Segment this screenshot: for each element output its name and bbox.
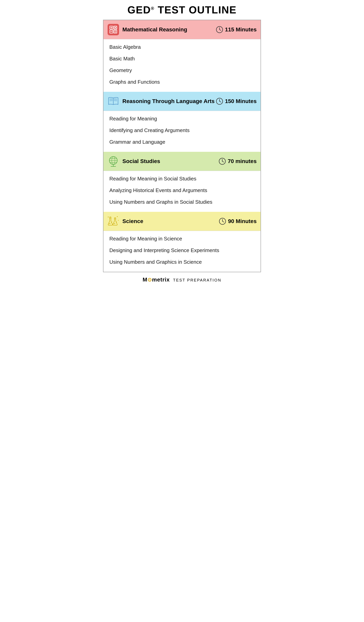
brand-name: M⊙metrix: [143, 276, 172, 283]
sci-clock-icon: [219, 218, 226, 225]
rla-body: Reading for Meaning Identifying and Crea…: [103, 111, 261, 152]
svg-line-19: [114, 100, 117, 100]
svg-point-38: [111, 222, 112, 223]
brand-m: M: [143, 276, 148, 283]
brand-checkmark: ⊙: [148, 277, 152, 283]
outline-container: Mathematical Reasoning 115 Minutes Basic…: [103, 20, 261, 272]
ss-clock-icon: [219, 158, 226, 165]
list-item: Identifying and Creating Arguments: [109, 125, 255, 136]
sci-time-label: 90 Minutes: [228, 218, 257, 224]
math-header-left: Mathematical Reasoning: [107, 24, 187, 36]
svg-text:✦: ✦: [116, 215, 118, 218]
title-registered: ®: [151, 6, 154, 11]
svg-line-17: [110, 101, 113, 101]
list-item: Reading for Meaning: [109, 113, 255, 125]
list-item: Grammar and Language: [109, 136, 255, 148]
svg-text:✦: ✦: [118, 219, 119, 221]
ss-body: Reading for Meaning in Social Studies An…: [103, 171, 261, 212]
science-icon: ✦ ✦ ✦: [107, 215, 119, 227]
svg-rect-3: [114, 30, 117, 33]
title-ged: GED: [128, 4, 151, 16]
rla-time-label: 150 Minutes: [225, 98, 257, 104]
title-rest: TEST OUTLINE: [154, 4, 236, 16]
sci-body: Reading for Meaning in Science Designing…: [103, 231, 261, 272]
book-icon: [108, 96, 119, 106]
math-time-label: 115 Minutes: [225, 26, 257, 33]
svg-point-39: [112, 221, 113, 222]
brand-tagline: TEST PREPARATION: [173, 278, 221, 282]
ss-header-left: Social Studies: [107, 155, 160, 167]
list-item: Geometry: [109, 65, 255, 76]
ss-title: Social Studies: [122, 158, 160, 165]
list-item: Using Numbers and Graphs in Social Studi…: [109, 196, 255, 208]
globe-icon: [108, 155, 119, 167]
rla-clock-icon: [216, 98, 223, 105]
list-item: Basic Math: [109, 53, 255, 65]
math-time: 115 Minutes: [216, 26, 257, 33]
sci-title: Science: [122, 218, 143, 225]
list-item: Designing and Interpreting Science Exper…: [109, 245, 255, 256]
math-title: Mathematical Reasoning: [122, 26, 187, 33]
list-item: Basic Algebra: [109, 41, 255, 53]
list-item: Analyzing Historical Events and Argument…: [109, 185, 255, 196]
page-title: GED® TEST OUTLINE: [103, 4, 261, 16]
rla-time: 150 Minutes: [216, 98, 257, 105]
ss-header: Social Studies 70 minutes: [103, 152, 261, 171]
svg-line-18: [114, 99, 117, 99]
list-item: Reading for Meaning in Science: [109, 233, 255, 245]
rla-icon: [107, 95, 119, 107]
svg-line-13: [219, 30, 221, 30]
svg-line-16: [110, 100, 113, 100]
section-rla: Reasoning Through Language Arts 150 Minu…: [103, 92, 261, 152]
list-item: Reading for Meaning in Social Studies: [109, 173, 255, 185]
math-clock-icon: [216, 26, 223, 33]
sci-header-left: ✦ ✦ ✦ Science: [107, 215, 143, 227]
svg-line-20: [114, 101, 117, 101]
section-sci: ✦ ✦ ✦ Science 90 Minutes Reading for Mea…: [103, 212, 261, 272]
rla-header-left: Reasoning Through Language Arts: [107, 95, 214, 107]
rla-header: Reasoning Through Language Arts 150 Minu…: [103, 92, 261, 111]
footer: M⊙metrix TEST PREPARATION: [103, 276, 261, 283]
svg-line-23: [219, 101, 221, 102]
math-header: Mathematical Reasoning 115 Minutes: [103, 20, 261, 39]
brand-rest: metrix: [152, 276, 170, 283]
calculator-icon: [109, 26, 117, 34]
svg-point-37: [114, 223, 115, 224]
list-item: Using Numbers and Graphics in Science: [109, 256, 255, 268]
svg-point-40: [116, 222, 117, 222]
sci-header: ✦ ✦ ✦ Science 90 Minutes: [103, 212, 261, 231]
sci-icon: ✦ ✦ ✦: [107, 215, 119, 227]
calculator-icon-bg: [108, 24, 119, 35]
sci-time: 90 Minutes: [219, 218, 257, 225]
ss-icon: [107, 155, 119, 167]
math-icon: [107, 24, 119, 36]
rla-title: Reasoning Through Language Arts: [122, 98, 214, 105]
ss-time: 70 minutes: [219, 158, 257, 165]
section-ss: Social Studies 70 minutes Reading for Me…: [103, 152, 261, 212]
ss-time-label: 70 minutes: [228, 158, 257, 164]
svg-line-46: [222, 221, 224, 222]
section-math: Mathematical Reasoning 115 Minutes Basic…: [103, 20, 261, 92]
svg-point-35: [109, 223, 111, 224]
svg-text:✦: ✦: [107, 216, 109, 218]
list-item: Graphs and Functions: [109, 76, 255, 88]
math-body: Basic Algebra Basic Math Geometry Graphs…: [103, 39, 261, 92]
svg-line-15: [110, 99, 113, 99]
svg-line-33: [222, 161, 224, 162]
